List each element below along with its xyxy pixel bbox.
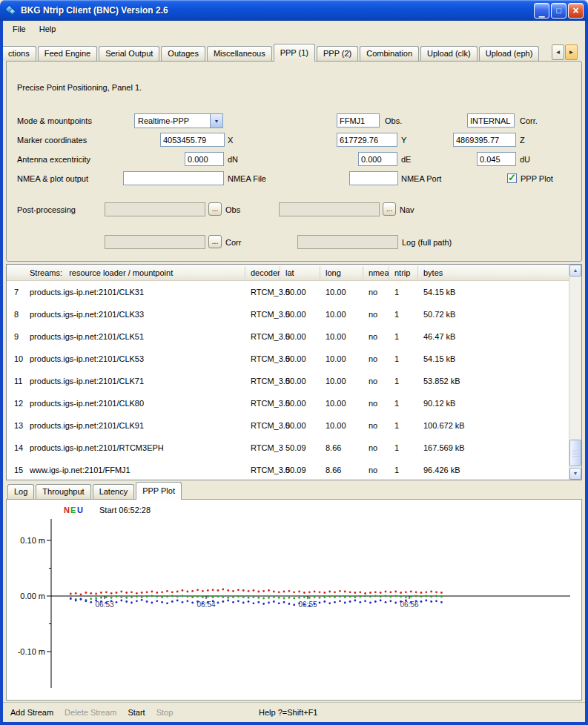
post-nav-label: Nav <box>400 205 414 214</box>
cell-bytes: 54.15 kB <box>418 288 569 297</box>
marker-y-field[interactable] <box>337 133 397 147</box>
post-log-label: Log (full path) <box>402 238 452 247</box>
nmea-file-field[interactable] <box>123 171 224 185</box>
browse-nav-button[interactable]: ... <box>383 202 396 216</box>
table-row[interactable]: 9products.igs-ip.net:2101/CLK51RTCM_3.05… <box>7 325 569 348</box>
tab-ppp-2[interactable]: PPP (2) <box>317 46 358 61</box>
tab-serial-output[interactable]: Serial Output <box>99 46 159 61</box>
cell-nmea: no <box>363 377 389 385</box>
cell-lat: 50.00 <box>280 288 320 297</box>
table-row[interactable]: 10products.igs-ip.net:2101/CLK53RTCM_3.0… <box>7 348 569 370</box>
window-border-bottom <box>0 722 588 725</box>
tab-miscellaneous[interactable]: Miscellaneous <box>207 46 272 61</box>
cell-lat: 50.00 <box>280 421 320 430</box>
ppp-plot-chart: 0.10 m0.00 m-0.10 m06:5306:5406:5506:56N… <box>7 500 581 700</box>
table-row[interactable]: 11products.igs-ip.net:2101/CLK71RTCM_3.0… <box>7 370 569 392</box>
tab-upload-eph[interactable]: Upload (eph) <box>479 46 540 61</box>
tab-combination[interactable]: Combination <box>360 46 419 61</box>
obs-mountpoint-field[interactable] <box>337 113 380 128</box>
cell-ntrip: 1 <box>389 377 418 385</box>
cell-decoder: RTCM_3.0 <box>245 377 280 385</box>
vertical-scrollbar[interactable]: ▲ ▼ <box>569 265 581 480</box>
close-button[interactable]: × <box>568 3 584 19</box>
title-bar[interactable]: BKG Ntrip Client (BNC) Version 2.6 ▁ □ × <box>0 0 588 21</box>
cell-nmea: no <box>363 288 389 297</box>
post-obs-field <box>105 202 205 216</box>
cell-long: 8.66 <box>320 443 363 452</box>
cell-bytes: 96.426 kB <box>418 466 569 474</box>
header-long: long <box>320 266 363 279</box>
cell-long: 10.00 <box>320 377 363 385</box>
menu-file[interactable]: File <box>6 22 33 36</box>
table-row[interactable]: 12products.igs-ip.net:2101/CLK80RTCM_3.0… <box>7 392 569 414</box>
cell-long: 10.00 <box>320 310 363 319</box>
bottom-tab-throughput[interactable]: Throughput <box>36 484 90 499</box>
table-row[interactable]: 7products.igs-ip.net:2101/CLK31RTCM_3.05… <box>7 281 569 303</box>
corr-mountpoint-field[interactable] <box>467 113 515 128</box>
combobox-arrow-icon[interactable]: ▼ <box>210 114 222 128</box>
cell-mountpoint: products.igs-ip.net:2101/CLK53 <box>24 354 245 363</box>
cell-num: 8 <box>7 310 24 319</box>
table-row[interactable]: 14products.igs-ip.net:2101/RTCM3EPHRTCM_… <box>7 437 569 459</box>
tab-scroll-right-button[interactable]: ► <box>565 44 578 60</box>
menu-help[interactable]: Help <box>33 22 63 36</box>
cell-decoder: RTCM_3.0 <box>245 310 280 319</box>
cell-decoder: RTCM_3.0 <box>245 421 280 430</box>
browse-obs-button[interactable]: ... <box>208 202 222 216</box>
scrollbar-down-button[interactable]: ▼ <box>569 468 581 480</box>
tab-ppp-1[interactable]: PPP (1) <box>274 44 315 62</box>
table-row[interactable]: 13products.igs-ip.net:2101/CLK91RTCM_3.0… <box>7 414 569 437</box>
ppp-plot-checkbox[interactable]: ✓ <box>507 173 517 183</box>
dn-label: dN <box>228 155 238 164</box>
cell-lat: 50.00 <box>280 399 320 408</box>
table-row[interactable]: 8products.igs-ip.net:2101/CLK33RTCM_3.05… <box>7 303 569 325</box>
cell-bytes: 53.852 kB <box>418 377 569 385</box>
bottom-tab-latency[interactable]: Latency <box>93 484 135 499</box>
cell-nmea: no <box>363 354 389 363</box>
mode-combobox[interactable]: Realtime-PPP ▼ <box>134 113 223 128</box>
post-obs-label: Obs <box>225 205 240 214</box>
tab-ctions[interactable]: ctions <box>1 46 36 61</box>
cell-ntrip: 1 <box>389 354 418 363</box>
header-lat: lat <box>280 266 320 279</box>
scrollbar-thumb[interactable] <box>569 440 581 466</box>
close-icon: × <box>572 4 578 16</box>
start-button[interactable]: Start <box>128 708 145 717</box>
antenna-dn-field[interactable] <box>185 152 224 166</box>
maximize-icon: □ <box>556 6 561 15</box>
header-bytes: bytes <box>418 266 569 279</box>
ppp-panel: Precise Point Positioning, Panel 1. Mode… <box>6 61 582 262</box>
nmea-port-field[interactable] <box>349 171 398 185</box>
de-label: dE <box>401 155 411 164</box>
bottom-tab-log[interactable]: Log <box>7 484 34 499</box>
tab-outages[interactable]: Outages <box>161 46 205 61</box>
cell-num: 15 <box>7 466 24 474</box>
maximize-button[interactable]: □ <box>551 3 566 19</box>
cell-mountpoint: products.igs-ip.net:2101/RTCM3EPH <box>24 443 245 452</box>
marker-x-field[interactable] <box>160 133 225 147</box>
cell-decoder: RTCM_3.0 <box>245 466 280 474</box>
x-label: X <box>228 136 233 145</box>
marker-z-field[interactable] <box>453 133 516 147</box>
scrollbar-up-button[interactable]: ▲ <box>569 265 581 277</box>
tab-upload-clk[interactable]: Upload (clk) <box>420 46 478 61</box>
tab-scroll-left-button[interactable]: ◄ <box>552 44 564 60</box>
cell-bytes: 54.15 kB <box>418 354 569 363</box>
antenna-du-field[interactable] <box>477 152 516 166</box>
svg-text:-0.10 m: -0.10 m <box>18 647 45 656</box>
marker-label: Marker coordinates <box>17 136 87 145</box>
menu-bar: FileHelp <box>3 21 585 37</box>
antenna-de-field[interactable] <box>358 152 397 166</box>
minimize-button[interactable]: ▁ <box>534 3 549 19</box>
tab-feed-engine[interactable]: Feed Engine <box>38 46 97 61</box>
table-row[interactable]: 15www.igs-ip.net:2101/FFMJ1RTCM_3.050.09… <box>7 459 569 480</box>
add-stream-button[interactable]: Add Stream <box>10 708 53 717</box>
cell-num: 14 <box>7 443 24 452</box>
ppp-plot-panel: 0.10 m0.00 m-0.10 m06:5306:5406:5506:56N… <box>6 499 582 701</box>
cell-decoder: RTCM_3.0 <box>245 288 280 297</box>
browse-corr-button[interactable]: ... <box>208 235 222 248</box>
svg-text:U: U <box>77 506 83 514</box>
bottom-tab-ppp-plot[interactable]: PPP Plot <box>136 482 182 500</box>
window-border-left <box>0 21 3 725</box>
post-corr-label: Corr <box>225 238 241 247</box>
